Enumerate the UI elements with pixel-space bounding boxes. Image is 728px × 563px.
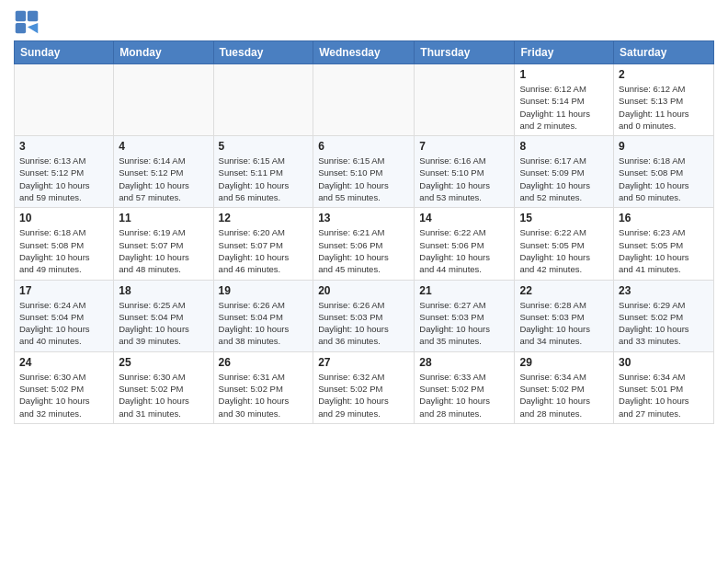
calendar-cell: 8Sunrise: 6:17 AM Sunset: 5:09 PM Daylig… [515, 136, 614, 208]
calendar-table: SundayMondayTuesdayWednesdayThursdayFrid… [14, 40, 714, 424]
day-info: Sunrise: 6:14 AM Sunset: 5:12 PM Dayligh… [119, 155, 208, 203]
weekday-header-wednesday: Wednesday [313, 41, 415, 64]
day-info: Sunrise: 6:27 AM Sunset: 5:03 PM Dayligh… [419, 299, 509, 348]
calendar-cell: 5Sunrise: 6:15 AM Sunset: 5:11 PM Daylig… [213, 136, 313, 208]
day-info: Sunrise: 6:18 AM Sunset: 5:08 PM Dayligh… [619, 155, 709, 203]
calendar-cell: 21Sunrise: 6:27 AM Sunset: 5:03 PM Dayli… [415, 280, 515, 351]
day-info: Sunrise: 6:30 AM Sunset: 5:02 PM Dayligh… [19, 371, 108, 419]
calendar-cell: 14Sunrise: 6:22 AM Sunset: 5:06 PM Dayli… [415, 208, 515, 280]
day-number: 6 [318, 140, 409, 153]
day-number: 13 [318, 212, 409, 224]
day-number: 20 [318, 284, 409, 297]
day-number: 24 [19, 356, 108, 369]
day-number: 2 [619, 68, 709, 81]
calendar-cell: 7Sunrise: 6:16 AM Sunset: 5:10 PM Daylig… [415, 136, 515, 208]
weekday-header-sunday: Sunday [15, 41, 114, 64]
calendar-cell: 4Sunrise: 6:14 AM Sunset: 5:12 PM Daylig… [114, 136, 213, 208]
weekday-header-tuesday: Tuesday [213, 41, 313, 64]
calendar-cell [313, 64, 415, 136]
calendar-cell: 18Sunrise: 6:25 AM Sunset: 5:04 PM Dayli… [114, 280, 213, 351]
calendar-week-5: 24Sunrise: 6:30 AM Sunset: 5:02 PM Dayli… [15, 351, 714, 423]
calendar-cell: 13Sunrise: 6:21 AM Sunset: 5:06 PM Dayli… [313, 208, 415, 280]
day-number: 23 [619, 284, 709, 297]
calendar-cell: 20Sunrise: 6:26 AM Sunset: 5:03 PM Dayli… [313, 280, 415, 351]
day-number: 16 [619, 212, 709, 224]
calendar-cell: 22Sunrise: 6:28 AM Sunset: 5:03 PM Dayli… [515, 280, 614, 351]
day-info: Sunrise: 6:33 AM Sunset: 5:02 PM Dayligh… [419, 371, 509, 419]
calendar-cell: 12Sunrise: 6:20 AM Sunset: 5:07 PM Dayli… [213, 208, 313, 280]
calendar-cell: 6Sunrise: 6:15 AM Sunset: 5:10 PM Daylig… [313, 136, 415, 208]
page: SundayMondayTuesdayWednesdayThursdayFrid… [0, 0, 728, 563]
day-number: 9 [619, 140, 709, 153]
day-info: Sunrise: 6:26 AM Sunset: 5:03 PM Dayligh… [318, 299, 409, 348]
day-number: 27 [318, 356, 409, 369]
day-number: 3 [19, 140, 108, 153]
day-number: 1 [519, 68, 609, 81]
day-number: 10 [19, 212, 108, 224]
calendar-cell: 23Sunrise: 6:29 AM Sunset: 5:02 PM Dayli… [614, 280, 714, 351]
calendar-week-4: 17Sunrise: 6:24 AM Sunset: 5:04 PM Dayli… [15, 280, 714, 351]
logo [14, 9, 43, 35]
calendar-cell: 1Sunrise: 6:12 AM Sunset: 5:14 PM Daylig… [515, 64, 614, 136]
calendar-cell: 15Sunrise: 6:22 AM Sunset: 5:05 PM Dayli… [515, 208, 614, 280]
svg-rect-2 [16, 23, 26, 33]
svg-rect-0 [16, 11, 26, 21]
calendar-cell: 11Sunrise: 6:19 AM Sunset: 5:07 PM Dayli… [114, 208, 213, 280]
day-info: Sunrise: 6:24 AM Sunset: 5:04 PM Dayligh… [19, 299, 108, 348]
day-info: Sunrise: 6:22 AM Sunset: 5:06 PM Dayligh… [419, 226, 509, 275]
day-info: Sunrise: 6:22 AM Sunset: 5:05 PM Dayligh… [519, 226, 609, 275]
day-number: 15 [519, 212, 609, 224]
day-info: Sunrise: 6:28 AM Sunset: 5:03 PM Dayligh… [519, 299, 609, 348]
day-number: 25 [119, 356, 208, 369]
calendar-cell [15, 64, 114, 136]
day-info: Sunrise: 6:15 AM Sunset: 5:11 PM Dayligh… [219, 155, 309, 203]
day-info: Sunrise: 6:30 AM Sunset: 5:02 PM Dayligh… [119, 371, 208, 419]
calendar-cell [415, 64, 515, 136]
day-info: Sunrise: 6:18 AM Sunset: 5:08 PM Dayligh… [19, 226, 108, 275]
day-number: 19 [219, 284, 309, 297]
calendar-cell: 9Sunrise: 6:18 AM Sunset: 5:08 PM Daylig… [614, 136, 714, 208]
svg-marker-3 [28, 23, 38, 33]
day-number: 12 [219, 212, 309, 224]
calendar-cell: 2Sunrise: 6:12 AM Sunset: 5:13 PM Daylig… [614, 64, 714, 136]
day-number: 14 [419, 212, 509, 224]
calendar-cell: 16Sunrise: 6:23 AM Sunset: 5:05 PM Dayli… [614, 208, 714, 280]
day-info: Sunrise: 6:12 AM Sunset: 5:13 PM Dayligh… [619, 83, 709, 132]
day-number: 8 [519, 140, 609, 153]
day-number: 7 [419, 140, 509, 153]
calendar-cell: 17Sunrise: 6:24 AM Sunset: 5:04 PM Dayli… [15, 280, 114, 351]
calendar-cell: 19Sunrise: 6:26 AM Sunset: 5:04 PM Dayli… [213, 280, 313, 351]
day-number: 5 [219, 140, 309, 153]
day-number: 4 [119, 140, 208, 153]
calendar-cell: 24Sunrise: 6:30 AM Sunset: 5:02 PM Dayli… [15, 351, 114, 423]
calendar-cell: 25Sunrise: 6:30 AM Sunset: 5:02 PM Dayli… [114, 351, 213, 423]
weekday-header-saturday: Saturday [614, 41, 714, 64]
day-info: Sunrise: 6:20 AM Sunset: 5:07 PM Dayligh… [219, 226, 309, 275]
day-info: Sunrise: 6:16 AM Sunset: 5:10 PM Dayligh… [419, 155, 509, 203]
calendar-cell: 30Sunrise: 6:34 AM Sunset: 5:01 PM Dayli… [614, 351, 714, 423]
header [14, 9, 714, 35]
day-info: Sunrise: 6:21 AM Sunset: 5:06 PM Dayligh… [318, 226, 409, 275]
day-number: 21 [419, 284, 509, 297]
day-info: Sunrise: 6:32 AM Sunset: 5:02 PM Dayligh… [318, 371, 409, 419]
calendar-cell: 26Sunrise: 6:31 AM Sunset: 5:02 PM Dayli… [213, 351, 313, 423]
day-info: Sunrise: 6:19 AM Sunset: 5:07 PM Dayligh… [119, 226, 208, 275]
weekday-header-friday: Friday [515, 41, 614, 64]
day-info: Sunrise: 6:31 AM Sunset: 5:02 PM Dayligh… [219, 371, 309, 419]
calendar-cell: 3Sunrise: 6:13 AM Sunset: 5:12 PM Daylig… [15, 136, 114, 208]
header-row: SundayMondayTuesdayWednesdayThursdayFrid… [15, 41, 714, 64]
day-info: Sunrise: 6:17 AM Sunset: 5:09 PM Dayligh… [519, 155, 609, 203]
logo-icon [14, 9, 40, 35]
calendar-week-3: 10Sunrise: 6:18 AM Sunset: 5:08 PM Dayli… [15, 208, 714, 280]
day-number: 29 [519, 356, 609, 369]
day-number: 26 [219, 356, 309, 369]
weekday-header-monday: Monday [114, 41, 213, 64]
day-number: 22 [519, 284, 609, 297]
day-info: Sunrise: 6:23 AM Sunset: 5:05 PM Dayligh… [619, 226, 709, 275]
day-number: 28 [419, 356, 509, 369]
day-info: Sunrise: 6:15 AM Sunset: 5:10 PM Dayligh… [318, 155, 409, 203]
day-number: 11 [119, 212, 208, 224]
day-info: Sunrise: 6:34 AM Sunset: 5:02 PM Dayligh… [519, 371, 609, 419]
calendar-week-2: 3Sunrise: 6:13 AM Sunset: 5:12 PM Daylig… [15, 136, 714, 208]
weekday-header-thursday: Thursday [415, 41, 515, 64]
